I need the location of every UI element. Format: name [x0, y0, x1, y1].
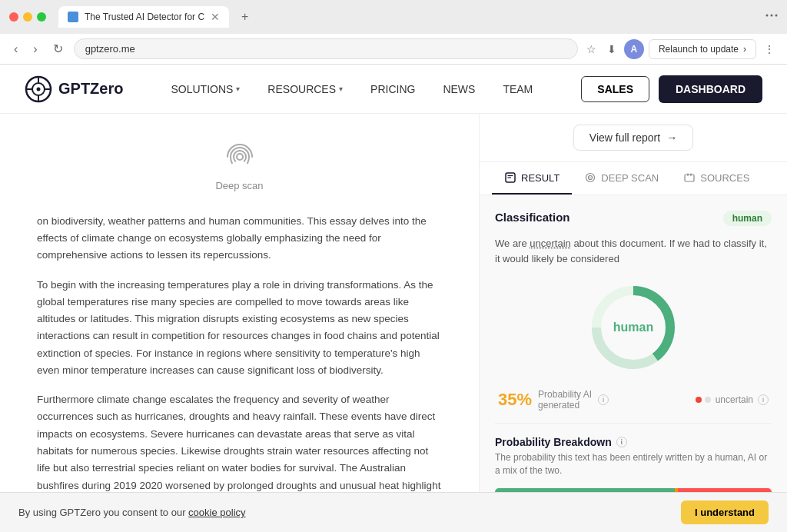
- dot-red: [696, 397, 702, 403]
- solutions-chevron: ▾: [236, 85, 240, 93]
- tab-favicon: [68, 12, 78, 22]
- relaunch-button[interactable]: Relaunch to update ›: [649, 39, 756, 59]
- toolbar-actions: ☆ ⬇ A Relaunch to update › ⋮: [584, 39, 778, 59]
- result-content: Classification human We are uncertain ab…: [480, 195, 787, 532]
- probability-row: 35% Probability AI generated i uncertain: [495, 389, 772, 411]
- svg-point-1: [771, 15, 773, 17]
- nav-resources[interactable]: RESOURCES ▾: [257, 77, 354, 101]
- probability-left: 35% Probability AI generated i: [498, 389, 609, 411]
- tabs-bar: RESULT DEEP SCAN SOURCES: [480, 162, 787, 195]
- reload-button[interactable]: ↻: [48, 38, 68, 59]
- forward-button[interactable]: ›: [28, 39, 42, 59]
- uncertain-word: uncertain: [530, 238, 570, 249]
- nav-actions: SALES DASHBOARD: [581, 75, 762, 103]
- navbar: GPTZero SOLUTIONS ▾ RESOURCES ▾ PRICING …: [0, 65, 787, 114]
- relaunch-arrow: ›: [743, 44, 746, 55]
- download-icon[interactable]: ⬇: [604, 42, 619, 57]
- browser-chrome: The Trusted AI Detector for C ✕ + ‹ › ↻ …: [0, 0, 787, 65]
- svg-point-5: [37, 87, 41, 91]
- view-full-report-button[interactable]: View full report →: [573, 125, 693, 151]
- close-dot[interactable]: [9, 12, 18, 22]
- cookie-bar: By using GPTZero you consent to our cook…: [0, 492, 787, 532]
- svg-rect-16: [685, 175, 694, 181]
- view-report-arrow: →: [666, 131, 677, 144]
- browser-toolbar: ‹ › ↻ ☆ ⬇ A Relaunch to update › ⋮: [0, 34, 787, 65]
- browser-menu-icon[interactable]: [765, 9, 778, 25]
- new-tab-button[interactable]: +: [235, 7, 254, 27]
- right-panel: View full report → RESULT DEEP SCAN: [480, 114, 787, 532]
- uncertain-info-icon[interactable]: i: [758, 394, 769, 405]
- svg-point-2: [775, 15, 778, 17]
- tab-sources[interactable]: SOURCES: [671, 162, 762, 195]
- human-badge: human: [723, 211, 772, 226]
- main-content: Deep scan on biodiversity, weather patte…: [0, 114, 787, 532]
- user-avatar[interactable]: A: [624, 39, 644, 59]
- donut-chart: human: [587, 281, 679, 374]
- nav-pricing[interactable]: PRICING: [360, 77, 426, 101]
- tab-deep-scan-label: DEEP SCAN: [601, 172, 659, 184]
- tab-result-label: RESULT: [521, 172, 560, 184]
- maximize-dot[interactable]: [37, 12, 46, 22]
- tab-close-icon[interactable]: ✕: [211, 11, 220, 23]
- uncertain-label: uncertain: [716, 394, 753, 405]
- left-panel: Deep scan on biodiversity, weather patte…: [0, 114, 480, 532]
- window-controls: [9, 12, 46, 22]
- divider: [495, 423, 772, 424]
- tab-result[interactable]: RESULT: [492, 162, 572, 195]
- nav-solutions[interactable]: SOLUTIONS ▾: [160, 77, 251, 101]
- svg-point-0: [766, 15, 769, 17]
- donut-chart-container: human: [495, 281, 772, 374]
- browser-tab[interactable]: The Trusted AI Detector for C ✕: [58, 6, 229, 28]
- classification-description: We are uncertain about this document. If…: [495, 236, 772, 266]
- tab-deep-scan[interactable]: DEEP SCAN: [572, 162, 671, 195]
- browser-menu-button[interactable]: ⋮: [761, 42, 778, 57]
- nav-team[interactable]: TEAM: [492, 77, 543, 101]
- understand-button[interactable]: I understand: [681, 500, 769, 524]
- minimize-dot[interactable]: [23, 12, 32, 22]
- probability-dots: [696, 397, 711, 403]
- probability-right: uncertain i: [696, 394, 769, 405]
- bookmark-icon[interactable]: ☆: [584, 42, 599, 57]
- scan-label: Deep scan: [215, 178, 263, 195]
- probability-percent: 35%: [498, 390, 532, 410]
- logo[interactable]: GPTZero: [25, 75, 123, 103]
- classification-desc-1: We are: [495, 238, 530, 249]
- dot-gray: [705, 397, 711, 403]
- breakdown-title: Probability Breakdown i: [495, 436, 772, 448]
- nav-news[interactable]: NEWS: [432, 77, 486, 101]
- tab-sources-label: SOURCES: [700, 172, 749, 184]
- probability-label-line1: Probability AI: [538, 389, 592, 400]
- breakdown-description: The probability this text has been entir…: [495, 451, 772, 477]
- resources-chevron: ▾: [339, 85, 343, 93]
- back-button[interactable]: ‹: [9, 39, 22, 59]
- dashboard-button[interactable]: DASHBOARD: [659, 75, 762, 103]
- cookie-policy-link[interactable]: cookie policy: [188, 507, 245, 518]
- app: GPTZero SOLUTIONS ▾ RESOURCES ▾ PRICING …: [0, 65, 787, 532]
- tab-title: The Trusted AI Detector for C: [85, 12, 204, 22]
- probability-info-icon[interactable]: i: [598, 394, 609, 405]
- view-report-label: View full report: [589, 131, 660, 144]
- nav-items: SOLUTIONS ▾ RESOURCES ▾ PRICING NEWS TEA…: [160, 77, 581, 101]
- deep-scan-tab-icon: [584, 171, 596, 184]
- classification-title: Classification: [495, 211, 570, 224]
- paragraph-2: To begin with the increasing temperature…: [37, 277, 442, 380]
- address-bar[interactable]: [74, 38, 578, 59]
- logo-icon: [25, 75, 52, 103]
- document-area: Deep scan on biodiversity, weather patte…: [0, 114, 479, 532]
- view-report-bar: View full report →: [480, 114, 787, 162]
- paragraph-1: on biodiversity, weather patterns and hu…: [37, 213, 442, 264]
- fingerprint-icon: [221, 138, 258, 175]
- logo-text: GPTZero: [58, 80, 123, 98]
- svg-point-15: [590, 177, 592, 178]
- result-tab-icon: [504, 171, 516, 184]
- sales-button[interactable]: SALES: [581, 76, 649, 102]
- probability-label-line2: generated: [538, 400, 592, 411]
- breakdown-info-icon[interactable]: i: [616, 437, 627, 447]
- classification-section: Classification human We are uncertain ab…: [495, 211, 772, 266]
- cookie-text: By using GPTZero you consent to our cook…: [18, 507, 246, 518]
- scan-indicator: Deep scan: [37, 138, 442, 195]
- relaunch-label: Relaunch to update: [659, 44, 739, 55]
- sources-tab-icon: [683, 171, 696, 184]
- donut-center-label: human: [613, 321, 653, 334]
